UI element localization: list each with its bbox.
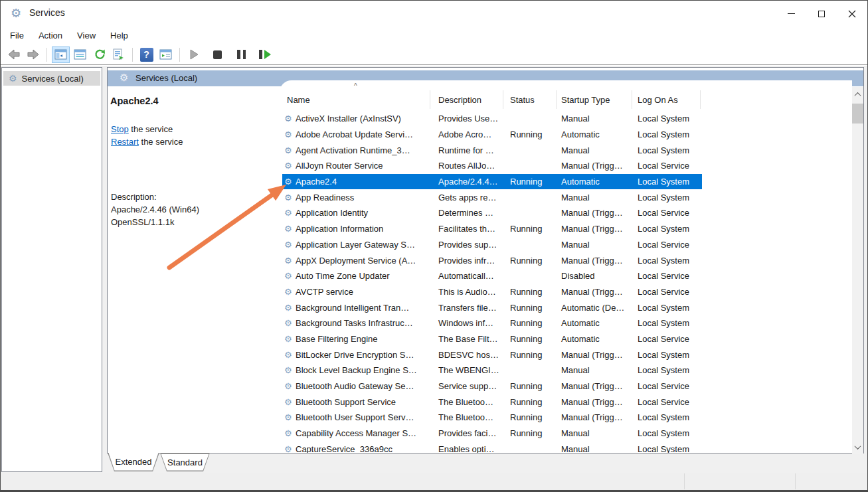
selected-service-name: Apache2.4 [110, 96, 159, 106]
panel-header-title: Services (Local) [135, 73, 197, 83]
table-row[interactable]: ⚙Background Intelligent Tran… Transfers … [282, 299, 702, 315]
close-icon [848, 10, 856, 18]
tab-standard[interactable]: Standard [160, 453, 210, 471]
services-window: ⚙ Services File Action View Help [0, 0, 868, 492]
restart-service-action: Restart the service [111, 137, 183, 147]
help-icon: ? [140, 48, 153, 62]
table-row[interactable]: ⚙Agent Activation Runtime_3… Runtime for… [282, 142, 702, 158]
column-header-status[interactable]: Status [503, 90, 557, 109]
table-row[interactable]: ⚙Application Layer Gateway S… Provides s… [282, 237, 702, 253]
show-console-tree-button[interactable] [52, 46, 70, 63]
refresh-icon [94, 48, 106, 60]
export-list-icon [112, 48, 125, 60]
menu-bar: File Action View Help [0, 27, 868, 44]
help-button[interactable]: ? [137, 46, 155, 63]
minimize-button[interactable] [776, 1, 806, 27]
chevron-down-icon [855, 443, 861, 450]
table-row[interactable]: ⚙Application Identity Determines … Manua… [282, 205, 702, 221]
service-gear-icon: ⚙ [284, 114, 296, 123]
table-row[interactable]: ⚙Capability Access Manager S… Provides f… [282, 426, 702, 442]
scroll-up-button[interactable] [852, 88, 863, 100]
table-row[interactable]: ⚙Bluetooth User Support Serv… The Blueto… [282, 410, 702, 426]
table-row[interactable]: ⚙Base Filtering Engine The Base Filt… Ru… [282, 331, 702, 347]
column-header-row: Name Description Status Startup Type Log… [282, 90, 701, 109]
services-gear-icon: ⚙ [9, 74, 17, 83]
column-header-startup-type[interactable]: Startup Type [557, 90, 632, 109]
table-row[interactable]: ⚙AllJoyn Router Service Routes AllJo… Ma… [282, 158, 702, 174]
table-row[interactable]: ⚙App Readiness Gets apps re… Manual Loca… [282, 189, 702, 205]
forward-arrow-icon [27, 48, 40, 61]
service-gear-icon: ⚙ [284, 429, 296, 438]
stop-service-button[interactable] [209, 46, 226, 63]
column-header-name[interactable]: Name [282, 90, 430, 109]
table-row[interactable]: ⚙Block Level Backup Engine S… The WBENGI… [282, 363, 702, 378]
maximize-button[interactable] [806, 1, 837, 27]
sidebar-item-services-local[interactable]: ⚙ Services (Local) [3, 71, 100, 86]
restart-service-button[interactable] [256, 46, 274, 63]
service-gear-icon: ⚙ [284, 272, 296, 280]
table-row[interactable]: ⚙AVCTP service This is Audio… Running Ma… [282, 284, 702, 300]
table-row[interactable]: ⚙Adobe Acrobat Update Servi… Adobe Acro…… [282, 127, 702, 143]
refresh-button[interactable] [90, 46, 108, 63]
close-button[interactable] [837, 1, 867, 27]
back-button[interactable] [5, 46, 23, 63]
pause-service-button[interactable] [232, 46, 250, 63]
restart-link[interactable]: Restart [111, 137, 139, 147]
status-divider [795, 473, 796, 489]
description-line: Apache/2.4.46 (Win64) [111, 205, 199, 214]
service-gear-icon: ⚙ [284, 161, 296, 170]
table-row[interactable]: ⚙ActiveX Installer (AxInstSV) Provides U… [282, 111, 702, 127]
services-gear-icon: ⚙ [11, 6, 21, 20]
toolbar-separator [132, 48, 133, 62]
table-row[interactable]: ⚙Bluetooth Audio Gateway Se… Service sup… [282, 378, 702, 394]
minimize-icon [788, 13, 795, 14]
toolbar: ? [0, 44, 868, 65]
export-list-button[interactable] [110, 46, 128, 63]
menu-file[interactable]: File [3, 28, 31, 43]
table-row[interactable]: ⚙AppX Deployment Service (A… Provides in… [282, 252, 702, 268]
service-gear-icon: ⚙ [284, 303, 296, 312]
show-action-pane-button[interactable] [157, 46, 175, 63]
stop-icon [213, 50, 222, 59]
tab-extended[interactable]: Extended [108, 453, 159, 471]
description-line: OpenSSL/1.1.1k [111, 217, 174, 227]
pause-icon [237, 50, 246, 59]
service-rows: ⚙ActiveX Installer (AxInstSV) Provides U… [282, 111, 702, 453]
service-gear-icon: ⚙ [284, 445, 296, 453]
menu-help[interactable]: Help [103, 28, 135, 43]
service-gear-icon: ⚙ [284, 256, 296, 265]
menu-action[interactable]: Action [31, 28, 70, 43]
sort-ascending-icon: ^ [354, 82, 357, 90]
stop-service-action: Stop the service [111, 124, 173, 134]
console-tree-icon [54, 49, 67, 60]
service-gear-icon: ⚙ [284, 177, 296, 186]
column-header-description[interactable]: Description [430, 90, 503, 109]
service-gear-icon: ⚙ [284, 319, 296, 327]
properties-button[interactable] [71, 46, 89, 63]
start-service-button[interactable] [185, 46, 203, 63]
table-row[interactable]: ⚙BitLocker Drive Encryption S… BDESVC ho… [282, 347, 702, 363]
properties-icon [74, 49, 86, 60]
scroll-down-button[interactable] [852, 441, 863, 453]
table-row[interactable]: ⚙Apache2.4 Apache/2.4.4… Running Automat… [282, 174, 702, 190]
sidebar-item-label: Services (Local) [22, 74, 84, 84]
table-row[interactable]: ⚙Background Tasks Infrastruc… Windows in… [282, 315, 702, 331]
service-gear-icon: ⚙ [284, 366, 296, 374]
vertical-scrollbar[interactable] [852, 87, 863, 454]
table-row[interactable]: ⚙CaptureService_336a9cc Enables opti… Ma… [282, 441, 702, 453]
table-row[interactable]: ⚙Application Information Facilitates th…… [282, 221, 702, 237]
table-row[interactable]: ⚙Auto Time Zone Updater Automaticall… Di… [282, 268, 702, 284]
table-row[interactable]: ⚙Bluetooth Support Service The Bluetoo… … [282, 394, 702, 410]
scrollbar-thumb[interactable] [852, 104, 863, 123]
service-gear-icon: ⚙ [284, 287, 296, 296]
service-gear-icon: ⚙ [284, 193, 296, 202]
stop-link[interactable]: Stop [111, 124, 129, 134]
forward-button[interactable] [24, 46, 42, 63]
service-gear-icon: ⚙ [284, 240, 296, 249]
service-gear-icon: ⚙ [284, 382, 296, 390]
column-header-log-on-as[interactable]: Log On As [632, 90, 701, 109]
menu-view[interactable]: View [70, 28, 103, 43]
back-arrow-icon [7, 48, 21, 61]
services-list: Name Description Status Startup Type Log… [280, 80, 852, 453]
description-label: Description: [111, 192, 157, 202]
